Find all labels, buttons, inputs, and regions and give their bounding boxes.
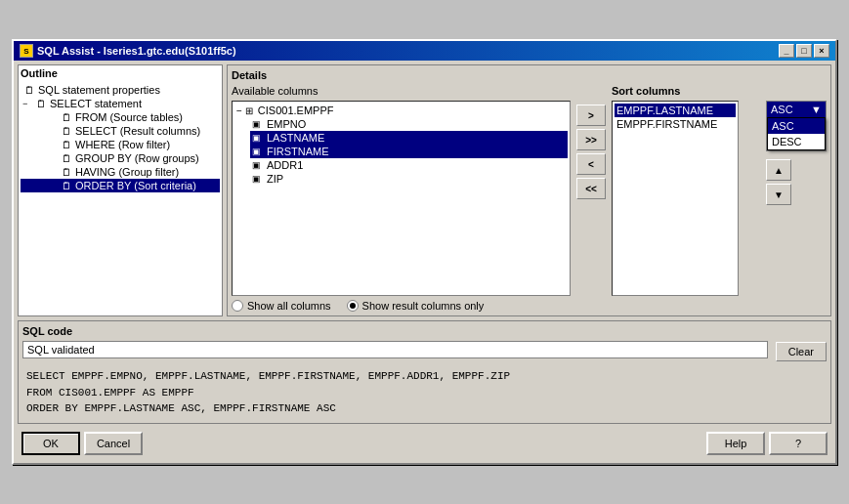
available-columns-label: Available columns: [232, 85, 571, 97]
clear-button[interactable]: Clear: [776, 342, 827, 361]
dropdown-arrow: ▼: [811, 104, 822, 115]
table-name: CIS001.EMPPF: [258, 105, 334, 116]
sql-props-icon: 🗒: [22, 85, 36, 96]
available-columns-container: Available columns − ⊞ CIS001.EMPPF ▣ EMP…: [232, 85, 571, 296]
details-header: Details: [232, 69, 827, 81]
radio-row: Show all columns Show result columns onl…: [232, 300, 827, 312]
sql-props-label: SQL statement properties: [38, 84, 160, 96]
sql-header: SQL code: [22, 325, 827, 337]
sort-list[interactable]: EMPPF.LASTNAME EMPPF.FIRSTNAME: [612, 101, 739, 296]
from-icon: 🗒: [60, 112, 73, 123]
main-content: Outline 🗒 SQL statement properties − 🗒 S…: [18, 64, 831, 316]
col-firstname[interactable]: ▣ FIRSTNAME: [250, 145, 568, 158]
sort-list-container: EMPPF.LASTNAME EMPPF.FIRSTNAME: [612, 101, 762, 296]
col-empno-label: EMPNO: [267, 118, 306, 130]
details-columns-row: Available columns − ⊞ CIS001.EMPPF ▣ EMP…: [232, 85, 827, 296]
sql-status-row: SQL validated Clear: [22, 341, 827, 362]
bottom-right-buttons: Help ?: [706, 432, 828, 455]
col-addr1[interactable]: ▣ ADDR1: [250, 158, 568, 172]
tree-item-select-cols[interactable]: 🗒 SELECT (Result columns): [21, 124, 220, 138]
details-panel: Details Available columns − ⊞ CIS001.EMP…: [227, 64, 831, 316]
cancel-button[interactable]: Cancel: [84, 432, 143, 455]
where-icon: 🗒: [60, 140, 73, 150]
bottom-buttons: OK Cancel Help ?: [18, 428, 831, 459]
sql-status-bar: SQL validated: [22, 341, 768, 358]
tree-item-from[interactable]: 🗒 FROM (Source tables): [21, 110, 220, 124]
radio-show-all-label: Show all columns: [247, 300, 331, 312]
table-expand-icon: −: [236, 105, 242, 116]
order-by-icon: 🗒: [60, 181, 73, 191]
dropdown-option-asc[interactable]: ASC: [768, 118, 825, 134]
details-inner: Details Available columns − ⊞ CIS001.EMP…: [227, 64, 831, 316]
transfer-buttons: > >> < <<: [576, 85, 606, 199]
dropdown-selected-value[interactable]: ASC ▼: [767, 102, 826, 117]
radio-show-all[interactable]: Show all columns: [232, 300, 331, 312]
col-addr1-label: ADDR1: [267, 159, 303, 171]
minimize-button[interactable]: _: [779, 44, 794, 58]
tree-item-select-stmt[interactable]: − 🗒 SELECT statement: [21, 97, 220, 110]
radio-show-result-label: Show result columns only: [362, 300, 485, 312]
add-one-button[interactable]: >: [576, 105, 606, 126]
col-lastname-icon: ▣: [252, 133, 264, 143]
bottom-left-buttons: OK Cancel: [21, 432, 143, 455]
sort-order-dropdown[interactable]: ASC ▼ ASC DESC: [766, 101, 827, 151]
col-zip-label: ZIP: [267, 173, 283, 185]
col-lastname-label: LASTNAME: [267, 132, 324, 144]
select-cols-label: SELECT (Result columns): [75, 125, 200, 137]
close-button[interactable]: ×: [814, 44, 829, 58]
available-columns-list[interactable]: − ⊞ CIS001.EMPPF ▣ EMPNO ▣: [232, 101, 571, 296]
group-by-label: GROUP BY (Row groups): [75, 152, 199, 164]
remove-one-button[interactable]: <: [576, 153, 606, 175]
tree-item-order-by[interactable]: 🗒 ORDER BY (Sort criteria): [21, 179, 220, 192]
col-firstname-icon: ▣: [252, 147, 264, 156]
dropdown-box[interactable]: ASC ▼ ASC DESC: [766, 101, 827, 151]
title-controls: _ □ ×: [779, 44, 829, 58]
app-icon: S: [20, 44, 33, 58]
radio-show-result[interactable]: Show result columns only: [347, 300, 485, 312]
select-stmt-icon: 🗒: [34, 99, 48, 109]
col-table-row[interactable]: − ⊞ CIS001.EMPPF: [234, 104, 568, 117]
ok-button[interactable]: OK: [21, 432, 80, 455]
col-empno[interactable]: ▣ EMPNO: [250, 117, 568, 131]
sort-controls: ASC ▼ ASC DESC: [766, 101, 827, 205]
window-title: SQL Assist - Iseries1.gtc.edu(S101ff5c): [37, 45, 236, 57]
dropdown-options: ASC DESC: [767, 117, 826, 150]
dropdown-value: ASC: [771, 104, 793, 115]
having-icon: 🗒: [60, 167, 73, 178]
question-button[interactable]: ?: [769, 432, 828, 455]
sort-columns-section: Sort columns EMPPF.LASTNAME EMPPF.FIRSTN…: [612, 85, 827, 296]
maximize-button[interactable]: □: [796, 44, 812, 58]
add-all-button[interactable]: >>: [576, 129, 606, 150]
group-by-icon: 🗒: [60, 153, 73, 164]
table-icon: ⊞: [245, 105, 253, 116]
col-lastname[interactable]: ▣ LASTNAME: [250, 131, 568, 145]
sql-line2: FROM CIS001.EMPPF AS EMPPF: [26, 385, 823, 401]
tree-item-sql-props[interactable]: 🗒 SQL statement properties: [21, 83, 220, 97]
sort-item-firstname[interactable]: EMPPF.FIRSTNAME: [615, 117, 736, 131]
col-zip-icon: ▣: [252, 174, 264, 184]
move-up-button[interactable]: ▲: [766, 159, 791, 181]
from-label: FROM (Source tables): [75, 111, 183, 123]
col-zip[interactable]: ▣ ZIP: [250, 172, 568, 186]
sort-columns-label: Sort columns: [612, 85, 827, 97]
move-down-button[interactable]: ▼: [766, 184, 791, 205]
col-addr1-icon: ▣: [252, 160, 264, 170]
sql-code-display: SELECT EMPPF.EMPNO, EMPPF.LASTNAME, EMPP…: [22, 366, 827, 419]
dropdown-option-desc[interactable]: DESC: [768, 134, 825, 149]
sort-item-lastname[interactable]: EMPPF.LASTNAME: [615, 104, 736, 117]
title-bar: S SQL Assist - Iseries1.gtc.edu(S101ff5c…: [14, 41, 835, 61]
help-button[interactable]: Help: [706, 432, 765, 455]
tree-item-having[interactable]: 🗒 HAVING (Group filter): [21, 165, 220, 179]
sort-lastname-label: EMPPF.LASTNAME: [616, 105, 713, 116]
col-empno-icon: ▣: [252, 119, 264, 129]
col-firstname-label: FIRSTNAME: [267, 146, 329, 157]
tree-item-group-by[interactable]: 🗒 GROUP BY (Row groups): [21, 151, 220, 165]
radio-show-result-circle[interactable]: [347, 300, 359, 312]
window-body: Outline 🗒 SQL statement properties − 🗒 S…: [14, 61, 835, 463]
radio-show-all-circle[interactable]: [232, 300, 243, 312]
order-by-label: ORDER BY (Sort criteria): [75, 180, 196, 191]
tree-item-where[interactable]: 🗒 WHERE (Row filter): [21, 138, 220, 151]
main-window: S SQL Assist - Iseries1.gtc.edu(S101ff5c…: [12, 39, 837, 465]
sql-line1: SELECT EMPPF.EMPNO, EMPPF.LASTNAME, EMPP…: [26, 368, 823, 385]
remove-all-button[interactable]: <<: [576, 178, 606, 199]
